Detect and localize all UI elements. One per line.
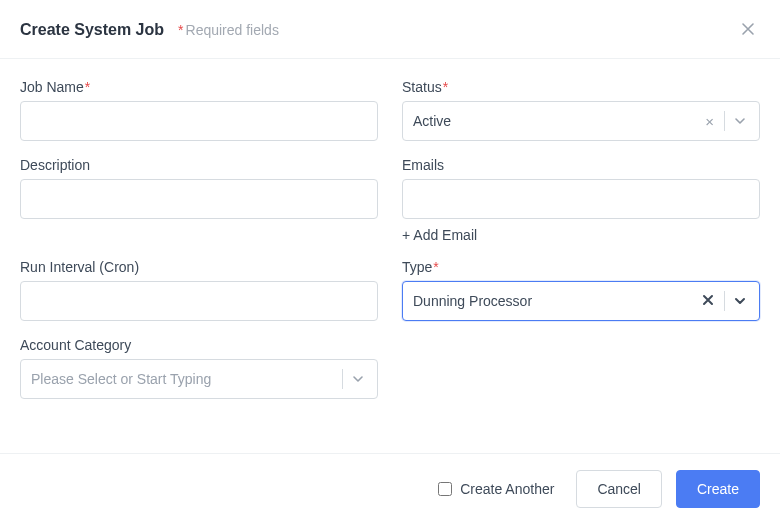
dialog-title: Create System Job: [20, 21, 164, 39]
type-value: Dunning Processor: [413, 293, 696, 309]
run-interval-input[interactable]: [20, 281, 378, 321]
create-another-checkbox[interactable]: [438, 482, 452, 496]
add-email-button[interactable]: + Add Email: [402, 227, 760, 243]
select-divider: [724, 291, 725, 311]
label-run-interval: Run Interval (Cron): [20, 259, 378, 275]
chevron-down-icon[interactable]: [347, 372, 369, 386]
status-value: Active: [413, 113, 699, 129]
chevron-down-icon[interactable]: [729, 114, 751, 128]
type-select[interactable]: Dunning Processor: [402, 281, 760, 321]
account-category-placeholder: Please Select or Start Typing: [31, 371, 338, 387]
label-description: Description: [20, 157, 378, 173]
account-category-select[interactable]: Please Select or Start Typing: [20, 359, 378, 399]
label-status: Status*: [402, 79, 760, 95]
field-job-name: Job Name*: [20, 79, 378, 141]
select-divider: [724, 111, 725, 131]
status-select[interactable]: Active ×: [402, 101, 760, 141]
field-account-category: Account Category Please Select or Start …: [20, 337, 378, 399]
label-account-category: Account Category: [20, 337, 378, 353]
field-description: Description: [20, 157, 378, 243]
required-fields-note: *Required fields: [178, 22, 279, 38]
required-asterisk: *: [433, 259, 438, 275]
chevron-down-icon[interactable]: [729, 294, 751, 308]
dialog-header: Create System Job *Required fields: [0, 0, 780, 59]
label-type: Type*: [402, 259, 760, 275]
field-status: Status* Active ×: [402, 79, 760, 141]
required-asterisk: *: [443, 79, 448, 95]
asterisk-icon: *: [178, 22, 183, 38]
create-button[interactable]: Create: [676, 470, 760, 508]
create-another-label: Create Another: [460, 481, 554, 497]
dialog-footer: Create Another Cancel Create: [0, 453, 780, 524]
form-body: Job Name* Status* Active × Description E…: [0, 59, 780, 415]
select-divider: [342, 369, 343, 389]
label-job-name: Job Name*: [20, 79, 378, 95]
emails-input[interactable]: [402, 179, 760, 219]
required-asterisk: *: [85, 79, 90, 95]
clear-icon[interactable]: [696, 294, 720, 308]
clear-icon[interactable]: ×: [699, 114, 720, 129]
close-icon[interactable]: [736, 16, 760, 44]
create-another-row[interactable]: Create Another: [438, 481, 554, 497]
field-emails: Emails + Add Email: [402, 157, 760, 243]
description-input[interactable]: [20, 179, 378, 219]
label-emails: Emails: [402, 157, 760, 173]
cancel-button[interactable]: Cancel: [576, 470, 662, 508]
field-type: Type* Dunning Processor: [402, 259, 760, 321]
field-run-interval: Run Interval (Cron): [20, 259, 378, 321]
job-name-input[interactable]: [20, 101, 378, 141]
